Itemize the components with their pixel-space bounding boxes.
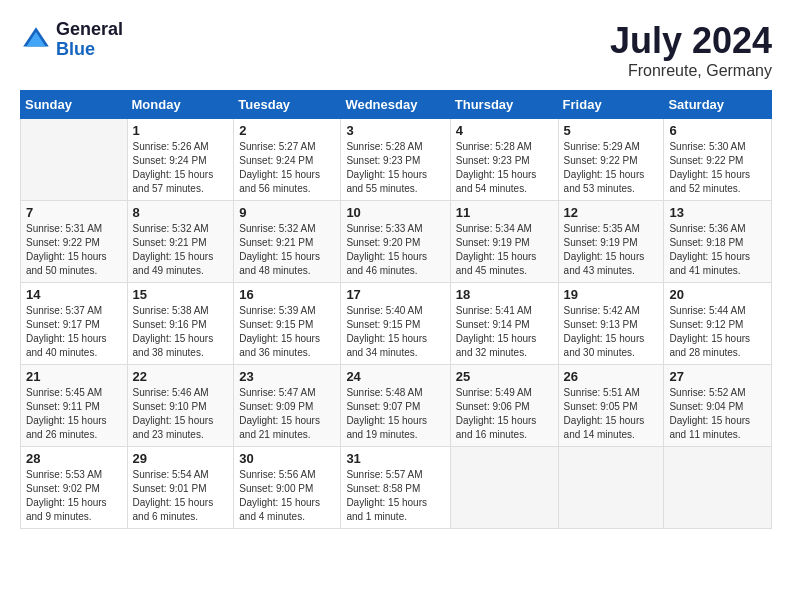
calendar-cell: 13Sunrise: 5:36 AM Sunset: 9:18 PM Dayli…: [664, 201, 772, 283]
weekday-header-sunday: Sunday: [21, 91, 128, 119]
day-number: 10: [346, 205, 444, 220]
calendar-cell: 21Sunrise: 5:45 AM Sunset: 9:11 PM Dayli…: [21, 365, 128, 447]
day-info: Sunrise: 5:44 AM Sunset: 9:12 PM Dayligh…: [669, 304, 766, 360]
week-row-3: 14Sunrise: 5:37 AM Sunset: 9:17 PM Dayli…: [21, 283, 772, 365]
day-number: 8: [133, 205, 229, 220]
month-title: July 2024: [610, 20, 772, 62]
day-number: 9: [239, 205, 335, 220]
day-info: Sunrise: 5:40 AM Sunset: 9:15 PM Dayligh…: [346, 304, 444, 360]
day-number: 16: [239, 287, 335, 302]
calendar-cell: 12Sunrise: 5:35 AM Sunset: 9:19 PM Dayli…: [558, 201, 664, 283]
day-number: 18: [456, 287, 553, 302]
day-number: 14: [26, 287, 122, 302]
day-number: 30: [239, 451, 335, 466]
calendar-cell: 15Sunrise: 5:38 AM Sunset: 9:16 PM Dayli…: [127, 283, 234, 365]
calendar-cell: 14Sunrise: 5:37 AM Sunset: 9:17 PM Dayli…: [21, 283, 128, 365]
calendar: SundayMondayTuesdayWednesdayThursdayFrid…: [20, 90, 772, 529]
logo-line2: Blue: [56, 40, 123, 60]
calendar-cell: 19Sunrise: 5:42 AM Sunset: 9:13 PM Dayli…: [558, 283, 664, 365]
day-info: Sunrise: 5:29 AM Sunset: 9:22 PM Dayligh…: [564, 140, 659, 196]
day-number: 21: [26, 369, 122, 384]
calendar-cell: 6Sunrise: 5:30 AM Sunset: 9:22 PM Daylig…: [664, 119, 772, 201]
day-number: 15: [133, 287, 229, 302]
day-info: Sunrise: 5:30 AM Sunset: 9:22 PM Dayligh…: [669, 140, 766, 196]
day-number: 31: [346, 451, 444, 466]
calendar-cell: 23Sunrise: 5:47 AM Sunset: 9:09 PM Dayli…: [234, 365, 341, 447]
day-info: Sunrise: 5:52 AM Sunset: 9:04 PM Dayligh…: [669, 386, 766, 442]
day-number: 25: [456, 369, 553, 384]
day-info: Sunrise: 5:57 AM Sunset: 8:58 PM Dayligh…: [346, 468, 444, 524]
page-header: General Blue July 2024 Fronreute, German…: [20, 20, 772, 80]
calendar-cell: 2Sunrise: 5:27 AM Sunset: 9:24 PM Daylig…: [234, 119, 341, 201]
calendar-cell: 18Sunrise: 5:41 AM Sunset: 9:14 PM Dayli…: [450, 283, 558, 365]
day-info: Sunrise: 5:28 AM Sunset: 9:23 PM Dayligh…: [456, 140, 553, 196]
day-info: Sunrise: 5:56 AM Sunset: 9:00 PM Dayligh…: [239, 468, 335, 524]
calendar-cell: [664, 447, 772, 529]
calendar-cell: 24Sunrise: 5:48 AM Sunset: 9:07 PM Dayli…: [341, 365, 450, 447]
day-number: 20: [669, 287, 766, 302]
day-number: 24: [346, 369, 444, 384]
day-number: 3: [346, 123, 444, 138]
day-number: 22: [133, 369, 229, 384]
weekday-header-tuesday: Tuesday: [234, 91, 341, 119]
day-info: Sunrise: 5:33 AM Sunset: 9:20 PM Dayligh…: [346, 222, 444, 278]
weekday-header-friday: Friday: [558, 91, 664, 119]
calendar-cell: [558, 447, 664, 529]
day-number: 5: [564, 123, 659, 138]
day-number: 6: [669, 123, 766, 138]
calendar-cell: 16Sunrise: 5:39 AM Sunset: 9:15 PM Dayli…: [234, 283, 341, 365]
day-number: 2: [239, 123, 335, 138]
day-number: 26: [564, 369, 659, 384]
location: Fronreute, Germany: [610, 62, 772, 80]
day-info: Sunrise: 5:37 AM Sunset: 9:17 PM Dayligh…: [26, 304, 122, 360]
week-row-5: 28Sunrise: 5:53 AM Sunset: 9:02 PM Dayli…: [21, 447, 772, 529]
title-block: July 2024 Fronreute, Germany: [610, 20, 772, 80]
calendar-cell: 8Sunrise: 5:32 AM Sunset: 9:21 PM Daylig…: [127, 201, 234, 283]
day-number: 29: [133, 451, 229, 466]
week-row-4: 21Sunrise: 5:45 AM Sunset: 9:11 PM Dayli…: [21, 365, 772, 447]
weekday-header-monday: Monday: [127, 91, 234, 119]
day-number: 11: [456, 205, 553, 220]
day-number: 17: [346, 287, 444, 302]
day-info: Sunrise: 5:48 AM Sunset: 9:07 PM Dayligh…: [346, 386, 444, 442]
day-number: 1: [133, 123, 229, 138]
day-number: 13: [669, 205, 766, 220]
calendar-cell: 10Sunrise: 5:33 AM Sunset: 9:20 PM Dayli…: [341, 201, 450, 283]
calendar-cell: 26Sunrise: 5:51 AM Sunset: 9:05 PM Dayli…: [558, 365, 664, 447]
day-info: Sunrise: 5:32 AM Sunset: 9:21 PM Dayligh…: [239, 222, 335, 278]
calendar-cell: [450, 447, 558, 529]
week-row-1: 1Sunrise: 5:26 AM Sunset: 9:24 PM Daylig…: [21, 119, 772, 201]
calendar-cell: 28Sunrise: 5:53 AM Sunset: 9:02 PM Dayli…: [21, 447, 128, 529]
day-info: Sunrise: 5:36 AM Sunset: 9:18 PM Dayligh…: [669, 222, 766, 278]
day-info: Sunrise: 5:49 AM Sunset: 9:06 PM Dayligh…: [456, 386, 553, 442]
logo-line1: General: [56, 20, 123, 40]
calendar-cell: 5Sunrise: 5:29 AM Sunset: 9:22 PM Daylig…: [558, 119, 664, 201]
calendar-cell: 1Sunrise: 5:26 AM Sunset: 9:24 PM Daylig…: [127, 119, 234, 201]
day-number: 19: [564, 287, 659, 302]
calendar-cell: 30Sunrise: 5:56 AM Sunset: 9:00 PM Dayli…: [234, 447, 341, 529]
calendar-cell: 22Sunrise: 5:46 AM Sunset: 9:10 PM Dayli…: [127, 365, 234, 447]
logo-icon: [20, 24, 52, 56]
day-info: Sunrise: 5:53 AM Sunset: 9:02 PM Dayligh…: [26, 468, 122, 524]
calendar-cell: 7Sunrise: 5:31 AM Sunset: 9:22 PM Daylig…: [21, 201, 128, 283]
calendar-cell: 4Sunrise: 5:28 AM Sunset: 9:23 PM Daylig…: [450, 119, 558, 201]
week-row-2: 7Sunrise: 5:31 AM Sunset: 9:22 PM Daylig…: [21, 201, 772, 283]
logo-text: General Blue: [56, 20, 123, 60]
logo: General Blue: [20, 20, 123, 60]
calendar-cell: 9Sunrise: 5:32 AM Sunset: 9:21 PM Daylig…: [234, 201, 341, 283]
calendar-cell: 3Sunrise: 5:28 AM Sunset: 9:23 PM Daylig…: [341, 119, 450, 201]
day-info: Sunrise: 5:47 AM Sunset: 9:09 PM Dayligh…: [239, 386, 335, 442]
day-info: Sunrise: 5:45 AM Sunset: 9:11 PM Dayligh…: [26, 386, 122, 442]
calendar-cell: [21, 119, 128, 201]
day-info: Sunrise: 5:54 AM Sunset: 9:01 PM Dayligh…: [133, 468, 229, 524]
day-info: Sunrise: 5:31 AM Sunset: 9:22 PM Dayligh…: [26, 222, 122, 278]
day-number: 7: [26, 205, 122, 220]
day-info: Sunrise: 5:34 AM Sunset: 9:19 PM Dayligh…: [456, 222, 553, 278]
day-info: Sunrise: 5:42 AM Sunset: 9:13 PM Dayligh…: [564, 304, 659, 360]
day-number: 27: [669, 369, 766, 384]
day-info: Sunrise: 5:38 AM Sunset: 9:16 PM Dayligh…: [133, 304, 229, 360]
day-info: Sunrise: 5:32 AM Sunset: 9:21 PM Dayligh…: [133, 222, 229, 278]
calendar-cell: 27Sunrise: 5:52 AM Sunset: 9:04 PM Dayli…: [664, 365, 772, 447]
calendar-cell: 20Sunrise: 5:44 AM Sunset: 9:12 PM Dayli…: [664, 283, 772, 365]
calendar-cell: 29Sunrise: 5:54 AM Sunset: 9:01 PM Dayli…: [127, 447, 234, 529]
